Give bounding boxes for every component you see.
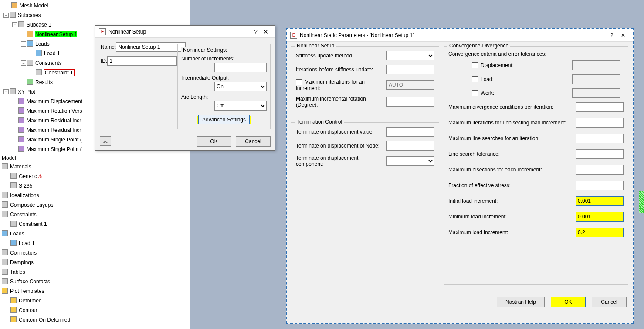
- materials-icon: [2, 163, 9, 170]
- max-bisections-input[interactable]: [576, 165, 624, 175]
- tree-label: Constraint 1: [19, 221, 47, 227]
- help-button[interactable]: ?: [607, 32, 617, 38]
- folder-icon: [10, 297, 17, 304]
- tree-item-loads-m[interactable]: Loads: [0, 229, 190, 238]
- plot-icon: [18, 127, 25, 134]
- fraction-stress-input[interactable]: [576, 181, 624, 190]
- fraction-stress-label: Fraction of effective stress:: [448, 182, 576, 188]
- max-line-search-input[interactable]: [576, 134, 624, 143]
- tree-label: Dampings: [10, 259, 34, 265]
- term-disp-value-input[interactable]: [386, 127, 434, 137]
- advanced-settings-button[interactable]: Advanced Settings: [198, 115, 250, 124]
- tree-item-tables[interactable]: Tables: [0, 267, 190, 277]
- tree-label: Subcases: [18, 12, 41, 18]
- load-checkbox[interactable]: [472, 76, 478, 82]
- intermediate-output-label: Intermediate Output:: [181, 75, 267, 81]
- dampings-icon: [2, 259, 9, 266]
- tree-label: Load 1: [19, 240, 35, 246]
- iterations-before-input[interactable]: [386, 65, 434, 74]
- collapse-icon[interactable]: −: [21, 41, 26, 47]
- nonlinear-setup-dialog: E Nonlinear Setup ? ✕ Name: ID: Nonlinea…: [95, 25, 275, 151]
- tree-item-surface-contacts[interactable]: Surface Contacts: [0, 277, 190, 286]
- ok-button[interactable]: OK: [551, 297, 586, 307]
- max-incremental-rotation-input[interactable]: [386, 97, 434, 107]
- tree-label: Maximum Residual Incr: [27, 118, 81, 124]
- term-disp-node-input[interactable]: [386, 141, 434, 151]
- setup-icon: [27, 31, 34, 38]
- term-disp-component-select[interactable]: [386, 156, 434, 166]
- nastran-help-button[interactable]: Nastran Help: [497, 297, 545, 307]
- tree-item-deformed[interactable]: Deformed: [0, 296, 190, 306]
- close-button[interactable]: ✕: [617, 32, 629, 38]
- intermediate-output-select[interactable]: On: [214, 82, 267, 91]
- dialog-titlebar[interactable]: E Nonlinear Static Parameters - 'Nonline…: [287, 29, 633, 42]
- line-search-tol-input[interactable]: [576, 149, 624, 159]
- initial-load-incr-label: Initial load increment:: [448, 198, 576, 204]
- tree-label: Loads: [10, 231, 24, 237]
- tree-item-composite[interactable]: Composite Layups: [0, 200, 190, 210]
- tree-label: Generic: [19, 173, 37, 179]
- tree-item-connectors[interactable]: Connectors: [0, 248, 190, 258]
- stiffness-method-label: Stiffness update method:: [296, 53, 386, 59]
- tree-label: Maximum Single Point (: [27, 146, 82, 152]
- load-icon: [36, 50, 43, 57]
- folder-icon: [10, 12, 17, 19]
- dialog-titlebar[interactable]: E Nonlinear Setup ? ✕: [95, 26, 275, 38]
- tree-item-s235[interactable]: S 235: [0, 181, 190, 191]
- cancel-button[interactable]: Cancel: [236, 136, 271, 147]
- collapse-icon[interactable]: −: [3, 89, 9, 94]
- plot-icon: [18, 107, 25, 114]
- initial-load-incr-input[interactable]: [576, 196, 624, 206]
- tree-item-plot-templates[interactable]: Plot Templates: [0, 286, 190, 296]
- collapse-icon[interactable]: −: [3, 13, 9, 18]
- collapse-icon[interactable]: −: [12, 22, 17, 27]
- iterations-before-label: Iterations before stiffness update:: [296, 67, 386, 73]
- max-divergence-input[interactable]: [576, 102, 624, 112]
- tree-item-subcases[interactable]: − Subcases: [0, 10, 190, 20]
- displacement-checkbox[interactable]: [472, 62, 478, 68]
- tree-item-load1-m[interactable]: Load 1: [0, 238, 190, 248]
- tree-item-constraints-m[interactable]: Constraints: [0, 210, 190, 219]
- tree-item-mesh-model[interactable]: Mesh Model: [0, 1, 190, 10]
- tree-item-dampings[interactable]: Dampings: [0, 258, 190, 267]
- tree-item-idealizations[interactable]: Idealizations: [0, 191, 190, 200]
- tree-item-contour[interactable]: Contour: [0, 306, 190, 315]
- xyplot-icon: [10, 88, 17, 95]
- id-label: ID:: [101, 58, 107, 64]
- load-tol-input: [572, 74, 620, 84]
- tree-label: Mesh Model: [20, 3, 48, 9]
- plot-icon: [18, 117, 25, 124]
- close-button[interactable]: ✕: [260, 28, 271, 35]
- num-increments-label: Number of Increments:: [181, 56, 267, 62]
- arc-length-select[interactable]: Off: [214, 101, 267, 111]
- cancel-button[interactable]: Cancel: [592, 297, 627, 307]
- tree-item-constraint1-m[interactable]: Constraint 1: [0, 219, 190, 229]
- max-iter-incr-checkbox[interactable]: [296, 79, 302, 85]
- nonlinear-setup-group: Nonlinear Setup Stiffness update method:…: [291, 46, 439, 118]
- tree-item-generic[interactable]: Generic⚠: [0, 171, 190, 181]
- tree-label: Deformed: [19, 298, 42, 304]
- tree-label: Load 1: [44, 50, 60, 57]
- work-label: Work:: [481, 90, 494, 96]
- help-button[interactable]: ?: [251, 28, 260, 35]
- collapse-icon[interactable]: −: [21, 60, 26, 66]
- minimum-load-incr-input[interactable]: [576, 212, 624, 222]
- maximum-load-incr-input[interactable]: [576, 228, 624, 237]
- tree-label: Constraints: [35, 60, 62, 66]
- tree-label: Plot Templates: [10, 288, 44, 294]
- loads-icon: [2, 230, 9, 237]
- ideal-icon: [2, 192, 9, 199]
- num-increments-input[interactable]: [214, 63, 267, 72]
- stiffness-method-select[interactable]: [386, 51, 434, 60]
- tree-label: Constraints: [10, 212, 37, 218]
- max-unbisect-input[interactable]: [576, 118, 624, 128]
- loads-icon: [27, 40, 34, 47]
- work-checkbox[interactable]: [472, 90, 478, 96]
- name-input[interactable]: [116, 42, 186, 52]
- id-input[interactable]: [107, 56, 177, 66]
- collapse-toggle[interactable]: ︽: [100, 136, 111, 146]
- ok-button[interactable]: OK: [197, 136, 231, 147]
- tree-item-materials[interactable]: Materials: [0, 162, 190, 171]
- tree-item-contour-on-deformed[interactable]: Contour On Deformed: [0, 315, 190, 325]
- constraint-icon: [36, 69, 43, 76]
